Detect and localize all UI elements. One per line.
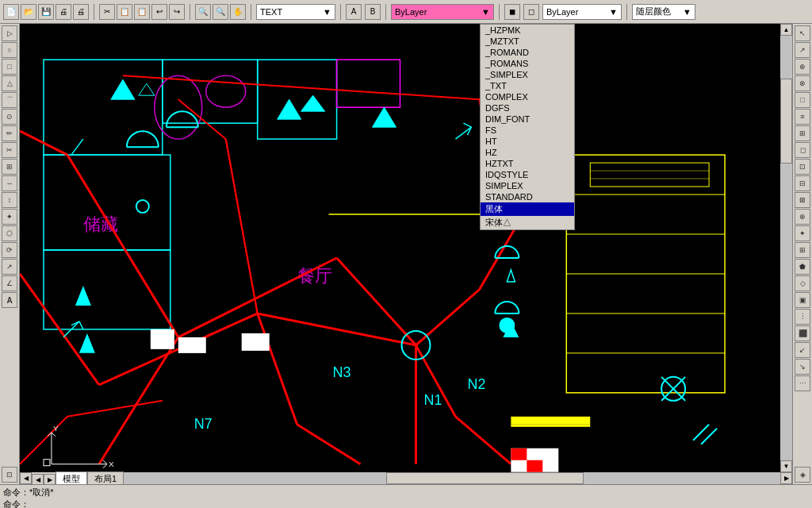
vscroll-track[interactable] xyxy=(780,36,792,460)
svg-rect-79 xyxy=(178,337,206,353)
right-btn-7[interactable]: ⊞ xyxy=(795,125,810,141)
font-item-ht[interactable]: HT xyxy=(481,136,574,147)
undo-btn[interactable]: ↩ xyxy=(151,4,167,20)
paste-btn[interactable]: 📋 xyxy=(134,4,150,20)
pan-btn[interactable]: ✋ xyxy=(230,4,246,20)
right-btn-3[interactable]: ⊕ xyxy=(795,59,810,75)
font-item-standard[interactable]: STANDARD xyxy=(481,191,574,202)
right-btn-15[interactable]: ⬟ xyxy=(795,259,810,275)
print-preview-btn[interactable]: 🖨 xyxy=(73,4,89,20)
right-btn-2[interactable]: ↗ xyxy=(795,42,810,58)
left-btn-6[interactable]: ⊙ xyxy=(2,109,17,125)
right-btn-5[interactable]: □ xyxy=(795,92,810,108)
bylayer-arrow: ▼ xyxy=(609,7,618,17)
tab-layout1[interactable]: 布局1 xyxy=(87,471,124,485)
right-btn-19[interactable]: ⬛ xyxy=(795,325,810,341)
redo-btn[interactable]: ↪ xyxy=(169,4,185,20)
scroll-left-btn[interactable]: ◀ xyxy=(20,472,32,484)
copy-btn[interactable]: 📋 xyxy=(117,4,132,20)
font-item-hztxt[interactable]: HZTXT xyxy=(481,158,574,169)
font-item-dimfont[interactable]: DIM_FONT xyxy=(481,114,574,125)
scroll-up-btn[interactable]: ▲ xyxy=(780,24,792,36)
right-btn-10[interactable]: ⊟ xyxy=(795,175,810,191)
print-btn[interactable]: 🖨 xyxy=(56,4,71,20)
open-btn[interactable]: 📂 xyxy=(21,4,36,20)
hscroll-track[interactable] xyxy=(124,472,780,484)
left-btn-9[interactable]: ⊞ xyxy=(2,159,17,175)
left-btn-3[interactable]: □ xyxy=(2,59,17,75)
right-btn-18[interactable]: ⋮ xyxy=(795,309,810,325)
left-toolbar: ▷ ○ □ △ ⌒ ⊙ ✏ ✂ ⊞ ↔ ↕ ✦ ⬡ ⟳ ↗ ∠ A ⊡ xyxy=(0,24,20,484)
right-btn-16[interactable]: ◇ xyxy=(795,275,810,291)
zoom2-btn[interactable]: 🔍 xyxy=(213,4,228,20)
left-btn-13[interactable]: ⬡ xyxy=(2,225,17,241)
scroll-right-btn[interactable]: ▶ xyxy=(780,472,792,484)
right-btn-17[interactable]: ▣ xyxy=(795,292,810,308)
left-btn-8[interactable]: ✂ xyxy=(2,142,17,158)
right-btn-6[interactable]: ≡ xyxy=(795,109,810,125)
tab-model[interactable]: 模型 xyxy=(56,471,87,485)
scroll-down-btn[interactable]: ▼ xyxy=(780,460,792,472)
color-dropdown[interactable]: 随层颜色 ▼ xyxy=(632,4,695,20)
font-item-songti[interactable]: 宋体△ xyxy=(481,216,574,229)
font-item-dgfs[interactable]: DGFS xyxy=(481,102,574,114)
file-tools: 📄 📂 💾 🖨 🖨 xyxy=(3,4,89,20)
cut-btn[interactable]: ✂ xyxy=(99,4,115,20)
font-item-romand[interactable]: _ROMAND xyxy=(481,47,574,58)
left-btn-10[interactable]: ↔ xyxy=(2,175,17,191)
font-item-mztxt[interactable]: _MZTXT xyxy=(481,36,574,47)
right-btn-4[interactable]: ⊗ xyxy=(795,75,810,91)
left-btn-1[interactable]: ▷ xyxy=(2,25,17,41)
right-btn-14[interactable]: ⊞ xyxy=(795,242,810,258)
hscroll-thumb[interactable] xyxy=(386,472,583,484)
tab-next-btn[interactable]: ▶ xyxy=(44,474,56,485)
font-item-heiti[interactable]: 黑体 xyxy=(481,202,574,216)
right-btn-1[interactable]: ↖ xyxy=(795,25,810,41)
left-btn-15[interactable]: ↗ xyxy=(2,259,17,275)
tab-prev-btn[interactable]: ◀ xyxy=(32,474,44,485)
layer-btn1[interactable]: ◼ xyxy=(504,4,520,20)
layer-btn2[interactable]: ◻ xyxy=(523,4,539,20)
svg-rect-80 xyxy=(242,333,270,351)
font-item-complex[interactable]: COMPLEX xyxy=(481,91,574,102)
text-style-dropdown[interactable]: TEXT ▼ xyxy=(256,4,335,20)
save-btn[interactable]: 💾 xyxy=(38,4,54,20)
font-item-txt[interactable]: _TXT xyxy=(481,80,574,91)
right-btn-21[interactable]: ↘ xyxy=(795,359,810,375)
extra-btn1[interactable]: A xyxy=(346,4,362,20)
right-btn-bottom[interactable]: ◈ xyxy=(795,467,810,483)
tab-bar: ◀ ▶ 模型 布局1 xyxy=(32,471,124,485)
right-btn-9[interactable]: ⊡ xyxy=(795,159,810,175)
font-item-hz[interactable]: HZ xyxy=(481,147,574,158)
right-btn-13[interactable]: ✦ xyxy=(795,225,810,241)
left-btn-4[interactable]: △ xyxy=(2,75,17,91)
right-btn-12[interactable]: ⊕ xyxy=(795,209,810,225)
left-btn-17[interactable]: A xyxy=(2,292,17,308)
new-btn[interactable]: 📄 xyxy=(3,4,19,20)
extra-btn2[interactable]: B xyxy=(365,4,381,20)
canvas-area[interactable]: 储藏 餐厅 xyxy=(20,24,792,484)
font-item-simplex[interactable]: SIMPLEX xyxy=(481,180,574,191)
zoom-btn[interactable]: 🔍 xyxy=(195,4,211,20)
svg-rect-95 xyxy=(511,425,590,427)
right-btn-20[interactable]: ↙ xyxy=(795,342,810,358)
font-item-idqstyle[interactable]: IDQSTYLE xyxy=(481,169,574,180)
left-btn-7[interactable]: ✏ xyxy=(2,125,17,141)
vscroll-thumb[interactable] xyxy=(780,79,792,164)
right-btn-22[interactable]: ⋯ xyxy=(795,375,810,391)
right-btn-11[interactable]: ⊠ xyxy=(795,192,810,208)
bylayer-dropdown[interactable]: ByLayer ▼ xyxy=(542,4,622,20)
left-btn-14[interactable]: ⟳ xyxy=(2,242,17,258)
left-btn-16[interactable]: ∠ xyxy=(2,275,17,291)
left-btn-12[interactable]: ✦ xyxy=(2,209,17,225)
left-btn-5[interactable]: ⌒ xyxy=(2,92,17,108)
font-item-fs[interactable]: FS xyxy=(481,125,574,136)
left-btn-2[interactable]: ○ xyxy=(2,42,17,58)
font-item-simplex-under[interactable]: _SIMPLEX xyxy=(481,69,574,80)
font-item-romans[interactable]: _ROMANS xyxy=(481,58,574,69)
font-item-hzpmk[interactable]: _HZPMK xyxy=(481,25,574,36)
right-btn-8[interactable]: ◻ xyxy=(795,142,810,158)
left-btn-bottom[interactable]: ⊡ xyxy=(2,467,17,483)
left-btn-11[interactable]: ↕ xyxy=(2,192,17,208)
layer-dropdown[interactable]: ByLayer ▼ xyxy=(391,4,494,20)
